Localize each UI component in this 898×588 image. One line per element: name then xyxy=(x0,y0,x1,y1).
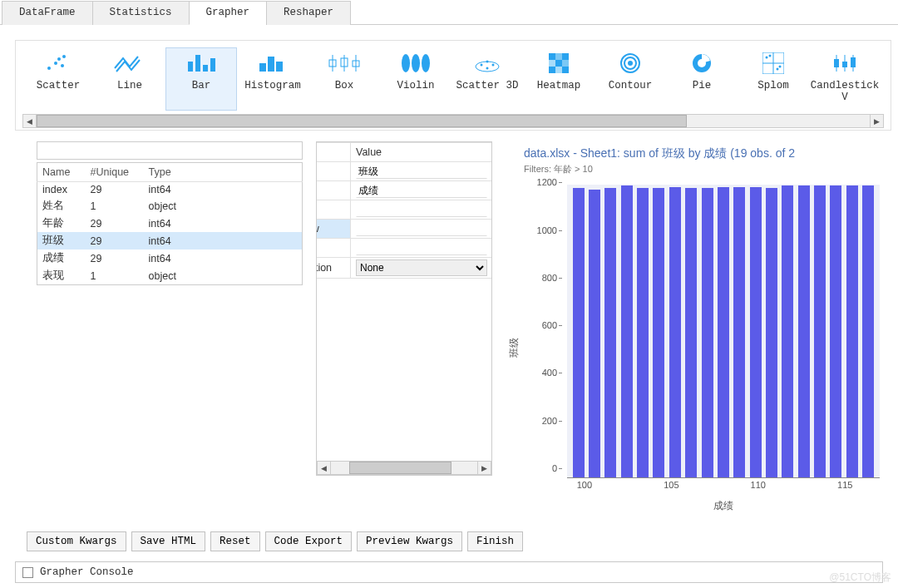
scroll-right-icon[interactable]: ▶ xyxy=(477,461,491,475)
chart-title: data.xlsx - Sheet1: sum of 班级 by 成绩 (19 … xyxy=(524,146,890,161)
bar xyxy=(733,187,745,477)
y-tick: 200 xyxy=(542,416,557,426)
plot-area xyxy=(567,185,880,478)
svg-point-24 xyxy=(492,64,495,67)
table-row[interactable]: 表现1object xyxy=(37,267,303,285)
cfg-facetrow-input[interactable] xyxy=(356,221,487,236)
action-button-row: Custom Kwargs Save HTML Reset Code Expor… xyxy=(27,531,523,551)
ribbon-scrollbar[interactable]: ◀ ▶ xyxy=(22,114,884,128)
cfg-facetcol-input[interactable] xyxy=(356,240,487,255)
scatter-icon xyxy=(44,53,72,73)
svg-rect-52 xyxy=(851,57,856,67)
bar-icon xyxy=(186,53,216,73)
chart-type-label: Box xyxy=(309,80,379,91)
svg-point-1 xyxy=(54,62,57,65)
table-row[interactable]: 姓名1object xyxy=(37,197,303,215)
chart-type-histogram[interactable]: Histogram xyxy=(237,47,308,111)
scroll-thumb[interactable] xyxy=(37,115,687,127)
chart-type-box[interactable]: Box xyxy=(308,47,380,111)
scroll-thumb[interactable] xyxy=(349,462,451,474)
y-tick: 800 xyxy=(542,273,557,283)
chart-type-candlestick[interactable]: Candlestick V xyxy=(809,47,881,111)
custom-kwargs-button[interactable]: Custom Kwargs xyxy=(27,531,126,551)
svg-rect-5 xyxy=(188,62,193,72)
tab-reshaper[interactable]: Reshaper xyxy=(266,1,351,25)
bar xyxy=(669,187,681,477)
chart-type-violin[interactable]: Violin xyxy=(380,47,451,111)
bar xyxy=(604,188,616,477)
fields-table[interactable]: Name #Unique Type index29int64姓名1object年… xyxy=(37,162,303,285)
chart-type-line[interactable]: Line xyxy=(94,47,165,111)
cfg-color-input[interactable] xyxy=(356,202,487,217)
chart-preview-panel: data.xlsx - Sheet1: sum of 班级 by 成绩 (19 … xyxy=(511,141,890,528)
svg-rect-9 xyxy=(259,63,266,72)
table-row[interactable]: 年龄29int64 xyxy=(37,215,303,232)
tab-statistics[interactable]: Statistics xyxy=(92,1,190,25)
cfg-col-value: Value xyxy=(351,143,493,162)
svg-point-0 xyxy=(47,67,51,70)
bar xyxy=(702,188,713,477)
bar xyxy=(782,185,793,477)
scroll-left-icon[interactable]: ◀ xyxy=(22,114,37,128)
preview-kwargs-button[interactable]: Preview Kwargs xyxy=(357,531,462,551)
table-row[interactable]: 班级29int64 xyxy=(37,232,303,250)
y-tick: 1000 xyxy=(537,225,557,235)
chart-type-splom[interactable]: Splom xyxy=(738,47,809,111)
scroll-track[interactable] xyxy=(37,114,870,128)
violin-icon xyxy=(399,53,432,73)
x-axis-label: 成绩 xyxy=(567,499,880,513)
svg-rect-50 xyxy=(842,62,847,67)
save-html-button[interactable]: Save HTML xyxy=(131,531,206,551)
pie-icon xyxy=(691,52,713,74)
finish-button[interactable]: Finish xyxy=(467,531,523,551)
svg-point-21 xyxy=(476,62,499,72)
bar-series xyxy=(567,185,880,477)
chart-type-label: Splom xyxy=(738,80,808,91)
svg-rect-8 xyxy=(210,58,215,72)
bar xyxy=(814,185,826,477)
chart-type-scatter[interactable]: Scatter xyxy=(22,47,94,111)
chart-type-scatter3d[interactable]: Scatter 3D xyxy=(451,47,523,111)
box-icon xyxy=(328,53,361,73)
tab-grapher[interactable]: Grapher xyxy=(189,1,268,25)
cfg-x-input[interactable] xyxy=(356,164,487,179)
cfg-agg-select[interactable]: None xyxy=(356,259,487,276)
scroll-track[interactable] xyxy=(331,461,477,475)
chart-type-bar[interactable]: Bar xyxy=(165,47,237,111)
scroll-left-icon[interactable]: ◀ xyxy=(317,461,331,475)
reset-button[interactable]: Reset xyxy=(210,531,260,551)
main-tab-bar: DataFrame Statistics Grapher Reshaper xyxy=(0,0,898,25)
console-toggle-row[interactable]: Grapher Console xyxy=(15,561,883,583)
chart-type-label: Candlestick V xyxy=(810,80,880,103)
svg-rect-29 xyxy=(549,60,555,67)
cfg-y-input[interactable] xyxy=(356,183,487,198)
bar-plot: 班级 020040060080010001200 100105110115 成绩 xyxy=(517,183,883,511)
svg-rect-27 xyxy=(555,53,562,60)
svg-rect-48 xyxy=(834,59,839,67)
cfg-key: cet_col xyxy=(316,239,351,258)
table-row[interactable]: index29int64 xyxy=(37,182,303,198)
svg-point-23 xyxy=(486,61,489,63)
svg-point-25 xyxy=(486,67,489,70)
svg-point-39 xyxy=(698,59,706,67)
scroll-right-icon[interactable]: ▶ xyxy=(870,114,884,128)
console-checkbox[interactable] xyxy=(22,567,33,578)
cfg-key: cet_row xyxy=(316,220,351,239)
bar xyxy=(846,185,858,477)
code-export-button[interactable]: Code Export xyxy=(265,531,353,551)
field-filter-input[interactable] xyxy=(37,141,303,160)
tab-dataframe[interactable]: DataFrame xyxy=(2,1,93,25)
table-row[interactable]: 成绩29int64 xyxy=(37,250,303,267)
chart-type-contour[interactable]: Contour xyxy=(595,47,666,111)
svg-rect-30 xyxy=(555,60,562,67)
svg-rect-33 xyxy=(555,67,562,73)
line-icon xyxy=(113,53,146,73)
chart-type-pie[interactable]: Pie xyxy=(666,47,738,111)
config-scrollbar[interactable]: ◀ ▶ xyxy=(317,461,491,475)
svg-point-18 xyxy=(402,54,410,72)
chart-type-heatmap[interactable]: Heatmap xyxy=(523,47,595,111)
y-tick: 0 xyxy=(552,463,557,473)
config-table[interactable]: ame Value olor cet_row cet_col ggregatio… xyxy=(316,142,492,279)
chart-type-label: Line xyxy=(95,80,165,91)
svg-rect-26 xyxy=(549,53,555,60)
